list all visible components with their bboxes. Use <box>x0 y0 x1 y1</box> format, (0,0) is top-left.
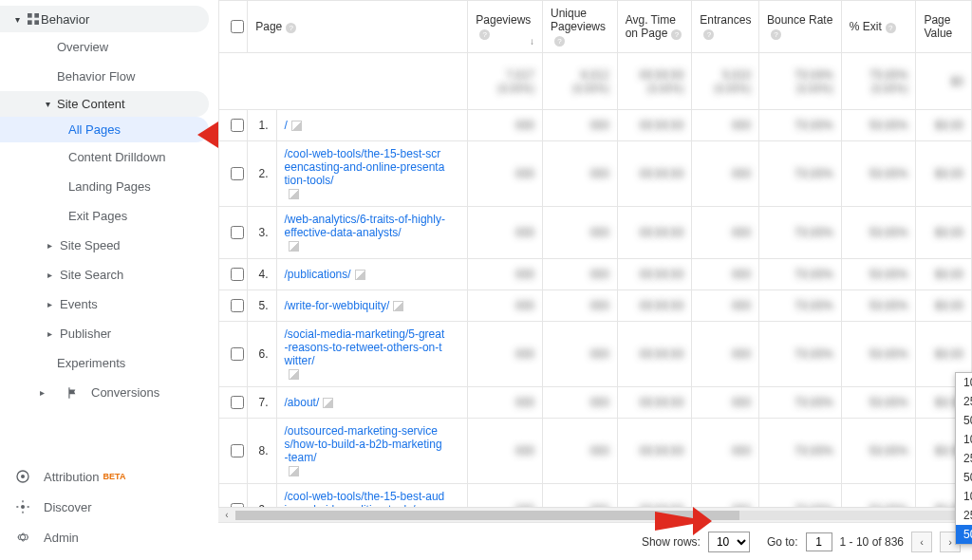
rows-dropdown-menu[interactable]: 102550100250500100025005000 <box>955 372 972 545</box>
external-link-icon[interactable] <box>289 189 299 199</box>
sidebar-item-landing-pages[interactable]: Landing Pages <box>0 172 218 201</box>
nav-attribution[interactable]: Attribution BETA <box>0 461 218 492</box>
sidebar-item-behavior-flow[interactable]: Behavior Flow <box>0 62 218 91</box>
prev-page-button[interactable]: ‹ <box>911 532 932 552</box>
svg-point-5 <box>21 475 25 478</box>
select-all-checkbox[interactable] <box>231 20 244 33</box>
sidebar-item-events[interactable]: Events <box>0 289 218 319</box>
help-icon[interactable]: ? <box>671 29 682 40</box>
goto-input[interactable] <box>806 532 832 551</box>
nav-admin[interactable]: Admin <box>0 522 218 552</box>
sidebar-header-behavior[interactable]: ▾ Behavior <box>0 6 209 32</box>
external-link-icon[interactable] <box>289 369 299 380</box>
help-icon[interactable]: ? <box>554 36 565 47</box>
rows-option[interactable]: 5000 <box>956 525 972 544</box>
sidebar-header-label: Behavior <box>41 12 89 27</box>
rows-option[interactable]: 1000 <box>956 487 972 506</box>
row-index: 1. <box>248 110 276 141</box>
col-avg-time[interactable]: Avg. Time on Page? <box>617 1 692 53</box>
sidebar-item-overview[interactable]: Overview <box>0 32 218 62</box>
sidebar-bottom-nav: Attribution BETA Discover Admin <box>0 461 218 552</box>
page-link[interactable]: /publications/ <box>285 268 351 281</box>
nav-discover[interactable]: Discover <box>0 492 218 522</box>
col-page[interactable]: Page? <box>248 1 468 53</box>
sidebar-item-site-search[interactable]: Site Search <box>0 260 218 289</box>
rows-option[interactable]: 2500 <box>956 506 972 525</box>
rows-option[interactable]: 100 <box>956 430 972 449</box>
table-row: 3./web-analytics/6-traits-of-highly-effe… <box>219 207 972 259</box>
rows-option[interactable]: 250 <box>956 449 972 468</box>
sidebar-item-all-pages[interactable]: All Pages <box>0 117 209 142</box>
external-link-icon[interactable] <box>393 301 403 311</box>
page-link[interactable]: /web-analytics/6-traits-of-highly-effect… <box>285 213 446 239</box>
page-link[interactable]: /cool-web-tools/the-15-best-screencastin… <box>285 147 446 187</box>
sidebar-item-site-content[interactable]: Site Content <box>0 91 209 117</box>
sidebar-item-conversions[interactable]: ▸ Conversions <box>0 378 218 407</box>
rows-option[interactable]: 500 <box>956 468 972 487</box>
rows-option[interactable]: 10 <box>956 373 972 392</box>
page-link[interactable]: /write-for-webbiquity/ <box>285 299 390 312</box>
table-row: 6./social-media-marketing/5-great-reason… <box>219 322 972 387</box>
col-page-value[interactable]: Page Value <box>916 1 972 53</box>
table-row: 7./about/00000000:00:0000070.00%50.00%$0… <box>219 387 972 419</box>
page-link[interactable]: /outsourced-marketing-services/how-to-bu… <box>285 424 446 464</box>
page-range: 1 - 10 of 836 <box>840 535 904 549</box>
row-checkbox[interactable] <box>231 119 244 132</box>
external-link-icon[interactable] <box>289 241 299 252</box>
external-link-icon[interactable] <box>291 121 302 131</box>
page-link[interactable]: /social-media-marketing/5-great-reasons-… <box>285 327 446 367</box>
row-page-cell: /web-analytics/6-traits-of-highly-effect… <box>276 207 468 259</box>
row-index: 7. <box>248 387 276 419</box>
external-link-icon[interactable] <box>323 398 333 408</box>
col-unique-pageviews[interactable]: Unique Pageviews? <box>542 1 617 53</box>
row-checkbox[interactable] <box>231 347 244 361</box>
rows-option[interactable]: 50 <box>956 411 972 430</box>
main-content: Page? Pageviews?↓ Unique Pageviews? Avg.… <box>218 0 972 560</box>
beta-badge: BETA <box>103 472 126 481</box>
help-icon[interactable]: ? <box>286 23 296 33</box>
scroll-track[interactable] <box>235 511 955 520</box>
sidebar: ▾ Behavior Overview Behavior Flow Site C… <box>0 0 218 560</box>
sidebar-item-publisher[interactable]: Publisher <box>0 319 218 348</box>
sidebar-item-site-speed[interactable]: Site Speed <box>0 231 218 260</box>
row-checkbox[interactable] <box>231 396 244 409</box>
rows-option[interactable]: 25 <box>956 392 972 411</box>
table-row: 4./publications/00000000:00:0000070.00%5… <box>219 259 972 290</box>
row-index: 2. <box>248 141 276 207</box>
row-index: 3. <box>248 207 276 259</box>
row-checkbox[interactable] <box>231 444 244 457</box>
help-icon[interactable]: ? <box>479 29 490 40</box>
external-link-icon[interactable] <box>289 466 299 476</box>
row-checkbox[interactable] <box>231 299 244 312</box>
col-bounce-rate[interactable]: Bounce Rate? <box>758 1 841 53</box>
row-index: 5. <box>248 290 276 322</box>
row-page-cell: /social-media-marketing/5-great-reasons-… <box>276 322 468 387</box>
help-icon[interactable]: ? <box>886 23 896 33</box>
external-link-icon[interactable] <box>355 270 365 280</box>
page-link[interactable]: /about/ <box>285 396 320 409</box>
svg-rect-3 <box>34 20 39 25</box>
row-index: 8. <box>248 419 276 484</box>
horizontal-scrollbar[interactable]: ‹ › <box>218 507 972 522</box>
col-entrances[interactable]: Entrances? <box>692 1 759 53</box>
row-checkbox[interactable] <box>231 226 244 239</box>
col-checkbox-header[interactable] <box>219 1 248 53</box>
col-exit[interactable]: % Exit? <box>841 1 916 53</box>
row-checkbox[interactable] <box>231 167 244 180</box>
row-page-cell: /outsourced-marketing-services/how-to-bu… <box>276 419 468 484</box>
table-row: 5./write-for-webbiquity/00000000:00:0000… <box>219 290 972 322</box>
help-icon[interactable]: ? <box>703 29 714 40</box>
col-pageviews[interactable]: Pageviews?↓ <box>468 1 543 53</box>
row-checkbox[interactable] <box>231 268 244 281</box>
row-page-cell: / <box>276 110 468 141</box>
row-page-cell: /about/ <box>276 387 468 419</box>
show-rows-select[interactable]: 10 <box>708 532 750 552</box>
scroll-left-icon[interactable]: ‹ <box>220 509 234 522</box>
sidebar-item-exit-pages[interactable]: Exit Pages <box>0 201 218 231</box>
page-link[interactable]: / <box>285 119 288 132</box>
discover-icon <box>15 499 30 514</box>
sidebar-item-experiments[interactable]: Experiments <box>0 348 218 378</box>
sidebar-item-content-drilldown[interactable]: Content Drilldown <box>0 142 218 172</box>
help-icon[interactable]: ? <box>771 29 781 40</box>
table-row: 2./cool-web-tools/the-15-best-screencast… <box>219 141 972 207</box>
